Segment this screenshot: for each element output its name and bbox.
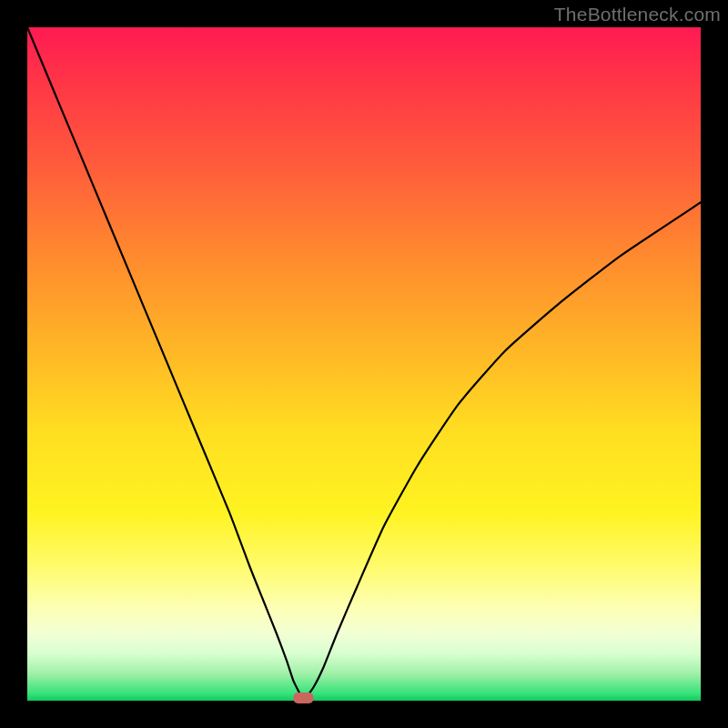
plot-area (27, 27, 701, 701)
chart-frame: TheBottleneck.com (0, 0, 728, 728)
watermark-text: TheBottleneck.com (554, 4, 721, 25)
bottleneck-curve (27, 27, 701, 701)
minimum-marker (293, 693, 313, 703)
curve-svg (27, 27, 701, 701)
